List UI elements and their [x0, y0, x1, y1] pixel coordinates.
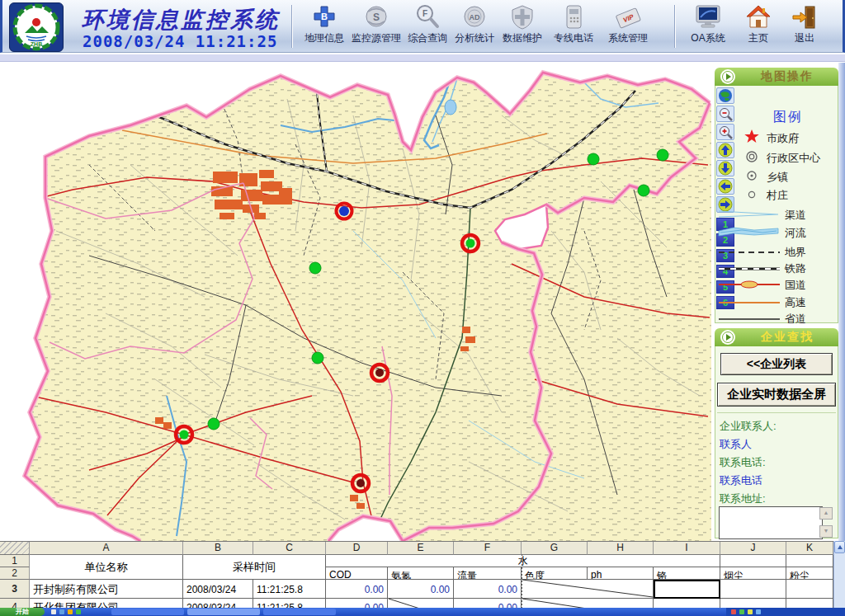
param-header[interactable]: COD: [326, 567, 388, 580]
legend-item-national-road: 国道: [717, 276, 838, 294]
toolbar-item-home[interactable]: 主页: [739, 3, 777, 51]
col-header[interactable]: I: [654, 542, 720, 555]
tray-icon[interactable]: [748, 609, 753, 614]
monitor-point-green[interactable]: [588, 153, 599, 165]
grid-corner-cell[interactable]: [0, 542, 30, 555]
tray-icon[interactable]: [739, 609, 744, 614]
monitor-point-green[interactable]: [312, 352, 323, 364]
quick-launch-icon[interactable]: [68, 609, 73, 614]
param-header[interactable]: 粉尘: [786, 567, 833, 580]
windows-taskbar[interactable]: 开始: [0, 608, 845, 616]
national-road-symbol: [717, 280, 781, 289]
col-header[interactable]: C: [253, 542, 326, 555]
row-header[interactable]: 2: [0, 567, 30, 580]
toolbar-separator: [674, 5, 676, 48]
zoom-in-icon: [718, 125, 733, 139]
realtime-fullscreen-button[interactable]: 企业实时数据全屏: [717, 383, 836, 407]
pan-up-button[interactable]: [716, 142, 734, 158]
map-viewport[interactable]: [7, 66, 711, 541]
zoom-out-button[interactable]: [716, 106, 734, 122]
boundary-symbol: [717, 248, 781, 256]
toolbar-label: OA系统: [685, 31, 731, 45]
enterprise-search-header[interactable]: 企业查找: [715, 328, 838, 346]
stats-icon: AD: [462, 4, 487, 31]
cell[interactable]: [720, 555, 786, 567]
sample-time-header[interactable]: 采样时间: [183, 555, 326, 580]
nh3-value-cell[interactable]: 0.00: [388, 580, 454, 599]
col-header[interactable]: H: [588, 542, 654, 555]
cell[interactable]: [720, 580, 786, 599]
na-cell[interactable]: [522, 580, 654, 599]
legend-item-highway: 高速: [717, 294, 838, 311]
cell[interactable]: [786, 580, 833, 599]
toolbar-item-source-mgmt[interactable]: S 监控源管理: [349, 3, 404, 51]
legend-item-boundary: 地界: [717, 243, 838, 261]
map-operations-header[interactable]: 地图操作: [715, 68, 838, 86]
toolbar-item-stats[interactable]: AD 分析统计: [451, 3, 498, 51]
divider: [717, 412, 836, 413]
tray-icon[interactable]: [756, 609, 761, 614]
param-header[interactable]: 烟尘: [720, 567, 786, 580]
col-header[interactable]: G: [522, 542, 588, 555]
tray-icon[interactable]: [731, 609, 736, 614]
row-header[interactable]: 1: [0, 555, 30, 567]
monitor-point-green[interactable]: [638, 185, 649, 196]
legend-item-canal: 渠道: [717, 206, 838, 223]
cod-value-cell[interactable]: 0.00: [326, 580, 388, 599]
pan-left-button[interactable]: [716, 178, 734, 195]
quick-launch-icon[interactable]: [59, 609, 64, 614]
col-header[interactable]: J: [720, 542, 786, 555]
flow-value-cell[interactable]: 0.00: [454, 580, 522, 599]
quick-launch-icon[interactable]: [76, 609, 81, 614]
toolbar-item-query[interactable]: F 综合查询: [404, 3, 451, 51]
sample-date-cell[interactable]: 2008/03/24: [183, 580, 253, 599]
company-name-cell[interactable]: 开封制药有限公司: [30, 580, 183, 599]
toolbar-item-data-maint[interactable]: 数据维护: [499, 3, 545, 51]
selected-cell[interactable]: [654, 580, 720, 599]
param-header[interactable]: 氨氮: [388, 567, 454, 580]
header-lower-strip: [0, 54, 845, 62]
toolbar-label: 数据维护: [499, 31, 545, 45]
scroll-down-button[interactable]: ▼: [819, 525, 833, 538]
col-header[interactable]: A: [30, 542, 183, 555]
taskbar-window-button[interactable]: [187, 609, 260, 615]
pan-down-button[interactable]: [716, 160, 734, 176]
row-header[interactable]: 3: [0, 580, 30, 599]
unit-name-header[interactable]: 单位名称: [30, 555, 183, 580]
col-header[interactable]: B: [183, 542, 253, 555]
monitor-point-green[interactable]: [208, 418, 220, 430]
col-header[interactable]: K: [786, 542, 833, 555]
scroll-up-button[interactable]: [834, 541, 845, 553]
enterprise-list-button[interactable]: <<企业列表: [720, 353, 833, 375]
window-right-border: [838, 63, 845, 541]
col-header[interactable]: E: [388, 542, 454, 555]
toolbar-separator: [291, 5, 293, 48]
col-header[interactable]: F: [454, 542, 522, 555]
gis-map: [7, 66, 711, 541]
param-header[interactable]: 流量: [454, 567, 522, 580]
toolbar-item-oa[interactable]: OA系统: [685, 3, 731, 51]
water-group-header[interactable]: 水: [326, 555, 720, 567]
contact-address-input[interactable]: [719, 506, 823, 539]
col-header[interactable]: D: [326, 542, 388, 555]
scroll-up-button[interactable]: ▲: [819, 507, 833, 520]
param-header[interactable]: ph: [588, 567, 654, 580]
grid-vscrollbar[interactable]: [833, 541, 845, 616]
toolbar-item-exit[interactable]: 退出: [785, 3, 824, 51]
toolbar-item-sys-mgmt[interactable]: VIP 系统管理: [602, 3, 654, 51]
full-extent-button[interactable]: [716, 87, 734, 104]
quick-launch-icon[interactable]: [51, 609, 56, 614]
zoom-in-button[interactable]: [716, 124, 734, 140]
param-header[interactable]: 色度: [522, 567, 588, 580]
toolbar-item-hotline[interactable]: 专线电话: [550, 3, 597, 51]
monitor-point-green[interactable]: [657, 149, 668, 161]
start-button[interactable]: 开始: [0, 608, 45, 616]
toolbar-item-geo-info[interactable]: B 地理信息: [300, 3, 349, 51]
cell[interactable]: [786, 555, 833, 567]
system-tray[interactable]: [726, 608, 845, 616]
param-header[interactable]: 铬: [654, 567, 720, 580]
taskbar-window-button[interactable]: [263, 609, 336, 615]
monitor-point-green[interactable]: [309, 262, 321, 274]
sample-time-cell[interactable]: 11:21:25.8: [253, 580, 326, 599]
taskbar-window-button[interactable]: [111, 609, 184, 615]
